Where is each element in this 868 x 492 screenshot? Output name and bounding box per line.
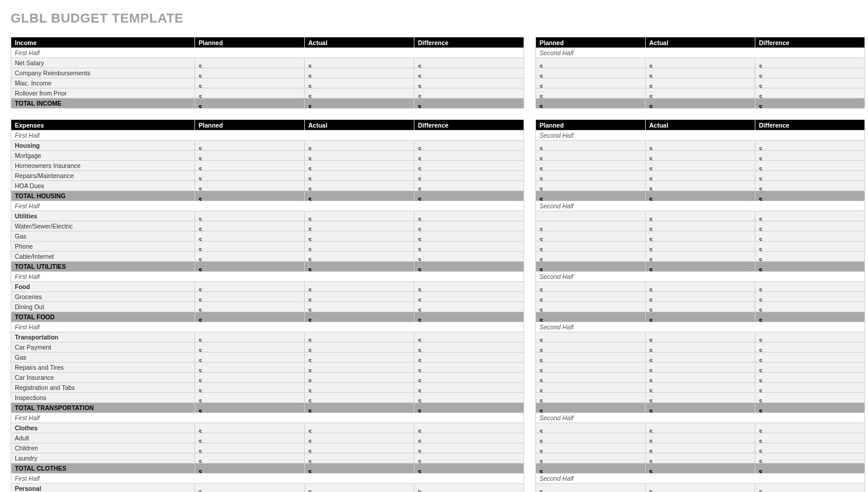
actual-cell[interactable]: $- — [305, 433, 414, 443]
planned-cell[interactable]: $- — [195, 181, 305, 191]
planned-cell-2[interactable]: $- — [536, 484, 646, 493]
planned-cell-2[interactable]: $- — [536, 302, 646, 312]
planned-cell-2[interactable]: $- — [536, 332, 646, 342]
planned-cell-2[interactable]: $- — [536, 342, 646, 353]
planned-cell-2[interactable]: $- — [536, 383, 646, 393]
planned-cell-2[interactable]: $- — [536, 171, 646, 181]
actual-cell-2[interactable]: $- — [646, 282, 755, 292]
planned-cell[interactable]: $- — [195, 171, 305, 181]
actual-cell-2[interactable]: $- — [646, 433, 755, 443]
actual-cell[interactable]: $- — [305, 383, 414, 393]
planned-cell[interactable]: $- — [195, 78, 305, 88]
planned-cell-2[interactable]: $- — [536, 433, 646, 443]
planned-cell[interactable]: $- — [195, 141, 305, 151]
planned-cell[interactable]: $- — [195, 242, 305, 252]
actual-cell-2[interactable]: $- — [646, 453, 755, 464]
actual-cell[interactable]: $- — [305, 332, 414, 342]
planned-cell[interactable]: $- — [195, 221, 305, 231]
planned-cell-2[interactable]: $- — [536, 221, 646, 231]
planned-cell[interactable]: $- — [195, 332, 305, 342]
actual-cell-2[interactable]: $- — [646, 151, 755, 161]
actual-cell[interactable]: $- — [305, 88, 414, 99]
planned-cell[interactable]: $- — [195, 393, 305, 403]
actual-cell[interactable]: $- — [305, 68, 414, 78]
planned-cell[interactable]: $- — [195, 151, 305, 161]
planned-cell-2[interactable]: $- — [536, 353, 646, 363]
planned-cell[interactable]: $- — [195, 302, 305, 312]
actual-cell-2[interactable]: $- — [646, 252, 755, 262]
actual-cell[interactable]: $- — [305, 443, 414, 453]
planned-cell-2[interactable]: $- — [536, 151, 646, 161]
planned-cell-2[interactable]: $- — [536, 373, 646, 383]
actual-cell[interactable]: $- — [305, 211, 414, 221]
actual-cell-2[interactable]: $- — [646, 141, 755, 151]
planned-cell[interactable]: $- — [195, 292, 305, 302]
actual-cell[interactable]: $- — [305, 484, 414, 493]
planned-cell[interactable]: $- — [195, 453, 305, 464]
actual-cell[interactable]: $- — [305, 242, 414, 252]
planned-cell[interactable]: $- — [195, 443, 305, 453]
actual-cell[interactable]: $- — [305, 161, 414, 171]
actual-cell-2[interactable]: $- — [646, 171, 755, 181]
actual-cell[interactable]: $- — [305, 393, 414, 403]
actual-cell[interactable]: $- — [305, 453, 414, 464]
actual-cell-2[interactable]: $- — [646, 181, 755, 191]
actual-cell[interactable]: $- — [305, 373, 414, 383]
planned-cell-2[interactable]: $- — [536, 292, 646, 302]
planned-cell-2[interactable]: $- — [536, 78, 646, 88]
actual-cell[interactable]: $- — [305, 363, 414, 373]
planned-cell-2[interactable]: $- — [536, 453, 646, 464]
actual-cell[interactable]: $- — [305, 181, 414, 191]
planned-cell-2[interactable]: $- — [536, 282, 646, 292]
actual-cell-2[interactable]: $- — [646, 342, 755, 353]
planned-cell[interactable]: $- — [195, 484, 305, 493]
actual-cell[interactable]: $- — [305, 252, 414, 262]
actual-cell[interactable]: $- — [305, 78, 414, 88]
actual-cell-2[interactable]: $- — [646, 353, 755, 363]
planned-cell[interactable]: $- — [195, 353, 305, 363]
actual-cell-2[interactable]: $- — [646, 161, 755, 171]
actual-cell-2[interactable]: $- — [646, 484, 755, 493]
planned-cell[interactable]: $- — [195, 383, 305, 393]
actual-cell[interactable]: $- — [305, 171, 414, 181]
planned-cell-2[interactable]: $- — [536, 68, 646, 78]
actual-cell-2[interactable]: $- — [646, 242, 755, 252]
planned-cell-2[interactable]: $- — [536, 242, 646, 252]
planned-cell[interactable]: $- — [195, 231, 305, 242]
planned-cell[interactable]: $- — [195, 423, 305, 433]
planned-cell-2[interactable]: $- — [536, 393, 646, 403]
planned-cell-2[interactable]: $- — [536, 58, 646, 68]
planned-cell-2[interactable]: $- — [536, 363, 646, 373]
actual-cell-2[interactable]: $- — [646, 393, 755, 403]
actual-cell[interactable]: $- — [305, 302, 414, 312]
planned-cell[interactable]: $- — [195, 58, 305, 68]
actual-cell[interactable]: $- — [305, 231, 414, 242]
planned-cell[interactable]: $- — [195, 433, 305, 443]
planned-cell[interactable]: $- — [195, 282, 305, 292]
planned-cell-2[interactable]: $- — [536, 443, 646, 453]
actual-cell-2[interactable]: $- — [646, 58, 755, 68]
planned-cell-2[interactable]: $- — [536, 88, 646, 99]
actual-cell-2[interactable]: $- — [646, 68, 755, 78]
actual-cell-2[interactable]: $- — [646, 373, 755, 383]
actual-cell-2[interactable]: $- — [646, 423, 755, 433]
actual-cell[interactable]: $- — [305, 221, 414, 231]
actual-cell-2[interactable]: $- — [646, 332, 755, 342]
planned-cell-2[interactable]: $- — [536, 423, 646, 433]
planned-cell[interactable]: $- — [195, 373, 305, 383]
planned-cell-2[interactable]: $- — [536, 161, 646, 171]
actual-cell[interactable]: $- — [305, 292, 414, 302]
actual-cell[interactable]: $- — [305, 151, 414, 161]
actual-cell[interactable]: $- — [305, 353, 414, 363]
planned-cell[interactable]: $- — [195, 252, 305, 262]
actual-cell-2[interactable]: $- — [646, 211, 755, 221]
actual-cell-2[interactable]: $- — [646, 78, 755, 88]
planned-cell-2[interactable]: $- — [536, 141, 646, 151]
actual-cell-2[interactable]: $- — [646, 221, 755, 231]
actual-cell[interactable]: $- — [305, 423, 414, 433]
planned-cell[interactable]: $- — [195, 342, 305, 353]
actual-cell[interactable]: $- — [305, 141, 414, 151]
planned-cell[interactable]: $- — [195, 161, 305, 171]
actual-cell[interactable]: $- — [305, 282, 414, 292]
actual-cell[interactable]: $- — [305, 58, 414, 68]
